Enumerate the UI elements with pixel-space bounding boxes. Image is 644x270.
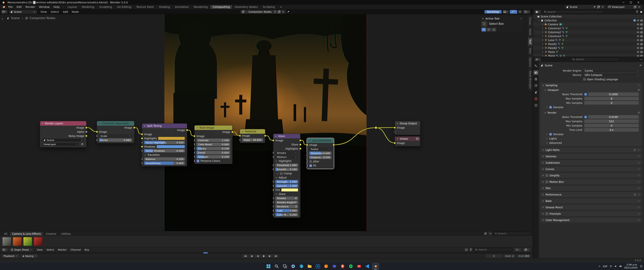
input-socket[interactable]	[307, 160, 308, 163]
output-socket[interactable]	[299, 144, 302, 146]
sidebar-tab-node-wrangler[interactable]: Node Wrangler	[528, 69, 532, 91]
new-node-tree-button[interactable]	[277, 10, 281, 14]
pin-icon[interactable]	[593, 6, 596, 8]
panel-light-paths[interactable]: Light Paths	[540, 147, 642, 153]
outliner-row-pasto[interactable]: Pasto	[533, 50, 644, 54]
output-socket[interactable]	[85, 127, 88, 129]
taskbar-icon-brave[interactable]	[339, 263, 346, 270]
pin-icon[interactable]	[287, 11, 290, 13]
taskbar-icon-firefox[interactable]	[322, 263, 330, 270]
sidebar-tab-node[interactable]: Node	[528, 27, 532, 37]
snap-target-dropdown[interactable]	[523, 10, 530, 14]
node-header[interactable]: Glare	[273, 134, 300, 138]
input-socket[interactable]	[239, 135, 241, 137]
minimize-button[interactable]	[620, 0, 627, 5]
select-mode-new[interactable]	[482, 28, 486, 32]
toggle-lights[interactable]: Lights	[540, 136, 642, 141]
panel-grip-icon[interactable]	[520, 17, 522, 20]
properties-tab-render[interactable]	[533, 70, 538, 75]
node-header[interactable]: Chromatic Aberration	[97, 121, 134, 126]
prop-[interactable]: Open Shading Language	[539, 77, 643, 81]
color-swatch[interactable]	[281, 188, 298, 192]
volume-icon[interactable]	[614, 265, 617, 267]
node-lens-distortion[interactable]: Lens DistortionImageRadialDistortion0.04…	[307, 138, 334, 169]
node-row-image[interactable]: Image	[40, 126, 86, 130]
output-socket[interactable]	[133, 127, 135, 129]
workspace-tab-texture-paint[interactable]: Texture Paint	[134, 5, 156, 9]
input-socket[interactable]	[273, 168, 274, 171]
input-socket[interactable]	[273, 156, 274, 158]
input-socket[interactable]	[273, 197, 274, 200]
node-posterize[interactable]: PosterizeImageSteps94.800	[240, 129, 265, 143]
menu-file[interactable]: File	[6, 5, 14, 9]
node-row-highlights[interactable]: Highlights	[273, 147, 300, 151]
dope-sheet-canvas[interactable]	[0, 252, 532, 253]
node-row-image[interactable]: Image	[307, 143, 334, 147]
outliner-row-collection[interactable]: Collection	[533, 18, 644, 22]
node-row-glare[interactable]: Glare	[273, 192, 300, 196]
play-reverse-button[interactable]	[255, 254, 260, 258]
input-socket[interactable]	[96, 139, 97, 141]
node-row-image[interactable]: Image	[97, 130, 134, 134]
dope-menu-view[interactable]: View	[35, 248, 44, 252]
shelf-tab-utilities[interactable]: Utilities	[59, 232, 73, 236]
chevron-down-icon[interactable]	[482, 17, 484, 20]
wifi-icon[interactable]	[610, 265, 612, 267]
node-row-iterations[interactable]: Iterations3	[273, 204, 300, 208]
editor-type-dropdown[interactable]	[534, 10, 541, 14]
notifications-icon[interactable]	[640, 265, 642, 267]
snap-dropdown[interactable]	[514, 248, 522, 252]
input-socket[interactable]	[240, 139, 240, 141]
new-viewlayer-button[interactable]	[633, 5, 637, 9]
node-row-fit[interactable]: Fit	[307, 164, 334, 168]
node-row-strength[interactable]: Strength1.000	[273, 180, 300, 184]
input-socket[interactable]	[307, 152, 308, 155]
node-row-highlights[interactable]: Highlights	[273, 159, 300, 163]
node-row-color-m-[interactable]: Color M...0.250	[273, 213, 300, 217]
select-box-tool-icon[interactable]	[482, 21, 487, 27]
node-header[interactable]: Posterize	[240, 129, 265, 134]
input-socket[interactable]	[142, 150, 142, 152]
prop-noise-threshold[interactable]: Noise Threshold0.1000	[540, 92, 642, 96]
outliner-row-luna[interactable]: Luna	[533, 38, 644, 42]
jump-to-end-button[interactable]	[273, 254, 279, 258]
input-socket[interactable]	[273, 181, 274, 183]
properties-search[interactable]	[571, 58, 620, 61]
jump-to-next-keyframe-button[interactable]	[267, 254, 273, 258]
output-socket[interactable]	[299, 148, 302, 150]
workspace-tab-sculpting[interactable]: Sculpting	[97, 5, 114, 9]
node-header[interactable]: Split Toning	[142, 123, 187, 128]
node-header[interactable]: Tune Image	[194, 125, 232, 130]
node-row-radial[interactable]: Radial	[307, 147, 334, 151]
workspace-tab-animation[interactable]: Animation	[172, 5, 191, 9]
sidebar-tab-tool[interactable]: Tool	[528, 38, 532, 46]
outliner-row-columna2[interactable]: Columna2	[533, 30, 644, 34]
properties-tab-object[interactable]	[533, 103, 538, 108]
link-drag-toggle[interactable]	[510, 10, 517, 14]
node-menu-select[interactable]: Select	[49, 10, 61, 14]
prop-time-limit[interactable]: Time Limit0 s	[540, 128, 642, 132]
dope-sheet-search-input[interactable]	[478, 248, 511, 251]
output-socket[interactable]	[186, 129, 188, 131]
output-socket[interactable]	[85, 131, 88, 133]
output-socket[interactable]	[299, 140, 302, 142]
node-menu-add[interactable]: Add	[61, 10, 70, 14]
node-viewer[interactable]: ViewerImage	[395, 136, 420, 146]
taskbar-icon-spotify[interactable]	[347, 263, 354, 270]
node-row-virtual[interactable]	[395, 130, 420, 134]
outliner-search-input[interactable]	[548, 11, 602, 13]
node-chromatic-aberration[interactable]: Chromatic AberrationImageImageScaleFacto…	[97, 121, 134, 143]
node-header[interactable]: Lens Distortion	[307, 138, 334, 143]
node-row-fade[interactable]: Fade0.900	[273, 208, 300, 213]
editor-type-dropdown[interactable]	[534, 58, 541, 61]
shelf-tab-all[interactable]: All	[2, 232, 10, 236]
workspace-tab-modeling[interactable]: Modeling	[80, 5, 96, 9]
asset-thumbnail-asset-2[interactable]	[13, 237, 22, 246]
input-socket[interactable]	[273, 152, 274, 154]
input-socket[interactable]	[194, 160, 195, 162]
blender-menu-icon[interactable]	[2, 6, 5, 9]
input-socket[interactable]	[142, 158, 142, 160]
shelf-tab-camera-lens-effects[interactable]: Camera & Lens Effects	[10, 232, 43, 236]
input-socket[interactable]	[142, 141, 142, 144]
node-row-streaks[interactable]: Streaks6	[273, 196, 300, 200]
